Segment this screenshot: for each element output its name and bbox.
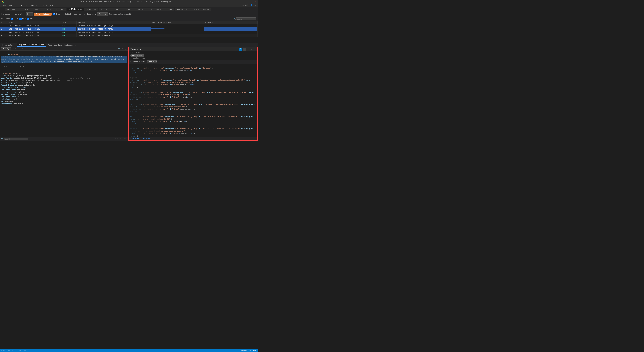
tab-dashboard[interactable]: Dashboard — [5, 7, 19, 11]
payload-count-input[interactable] — [26, 12, 33, 16]
search-input-bottom[interactable] — [4, 138, 28, 140]
cell-ip — [151, 31, 204, 34]
inspector-header: Inspector ☰ ⊞ ⛶ ⚙ ⋯ — [129, 47, 257, 51]
inspector-more-icon[interactable]: ⋯ — [254, 48, 256, 51]
tab-sequencer[interactable]: Sequencer — [84, 7, 98, 11]
tab-repeater[interactable]: Repeater — [54, 7, 66, 11]
titlebar: 🦠 Burp Suite Professional v2024.10.3 - T… — [0, 0, 258, 4]
close-button[interactable]: ✕ — [254, 1, 256, 3]
filter-dns[interactable]: DNS — [20, 18, 26, 20]
cell-time: 2024-Dec-18 13:57:38.802 UTC — [8, 31, 61, 34]
filter-smtp-checkbox[interactable] — [27, 18, 29, 20]
menu-intruder[interactable]: Intruder — [18, 4, 30, 7]
search-icon-left[interactable]: 🔍 — [118, 47, 121, 50]
col-header-ip[interactable]: Source IP address — [151, 21, 204, 24]
see-less-button[interactable]: See less — [142, 138, 150, 140]
inspector-expand-icon[interactable]: ⛶ — [247, 48, 250, 51]
cell-comment — [204, 31, 258, 34]
include-server-label: Include Collaborator server location — [53, 13, 96, 15]
copy-to-clipboard-button[interactable]: Copy to clipboard — [34, 12, 52, 15]
titlebar-left: 🦠 — [1, 0, 4, 3]
tab-decoder[interactable]: Decoder — [99, 7, 110, 11]
menu-view[interactable]: View — [41, 4, 48, 7]
col-header-num[interactable]: # — [0, 21, 8, 24]
tab-intruder[interactable]: Intruder — [40, 7, 53, 11]
include-server-checkbox[interactable] — [53, 13, 55, 15]
poll-now-button[interactable]: Poll now — [97, 12, 108, 16]
tab-response-from-collaborator[interactable]: Response from Collaborator — [46, 43, 78, 47]
menu-project[interactable]: Project — [8, 4, 18, 7]
table-header: # Time Type Payload Source IP address Co… — [0, 21, 258, 24]
copy-icon[interactable]: ⧉ — [122, 47, 124, 50]
tabbar: + Dashboard Target Proxy Intruder Repeat… — [0, 7, 258, 11]
filter-http[interactable]: HTTP — [11, 18, 18, 20]
decoded-header: Decoded from: Base64 URL HTML Hex — [129, 60, 257, 64]
cell-type: HTTP — [60, 27, 76, 31]
table-row[interactable]: 4 2024-Dec-18 13:57:38.822 UTC HTTP k694… — [0, 34, 258, 37]
menubar: Burp Project Intruder Repeater View Help… — [0, 4, 258, 7]
inspector-title: Inspector — [130, 48, 142, 51]
table-row[interactable]: 2 2024-Dec-18 13:57:38.626 UTC HTTP k694… — [0, 27, 258, 31]
inspector-grid-btn[interactable]: ⊞ — [243, 48, 246, 51]
tab-extensions[interactable]: Extensions — [150, 7, 164, 11]
tab-learn[interactable]: Learn — [165, 7, 174, 11]
tab-logger[interactable]: Logger — [124, 7, 135, 11]
tab-comparer[interactable]: Comparer — [111, 7, 124, 11]
selection-label: Selection — [129, 51, 257, 54]
titlebar-controls[interactable]: ─ □ ✕ — [247, 1, 256, 3]
inspector-settings-icon[interactable]: ⚙ — [251, 48, 253, 51]
polling-status: Polling automatically — [109, 13, 132, 15]
selected-text-label: Selected text — [129, 57, 257, 60]
menu-help[interactable]: Help — [48, 4, 56, 7]
expand-icon[interactable]: ⛶ — [125, 47, 128, 50]
tab-collaborator[interactable]: Collaborator — [67, 7, 84, 11]
subtab-hex[interactable]: Hex — [18, 47, 25, 50]
cell-time: 2024-Dec-18 13:57:38.313 UTC — [8, 24, 61, 27]
see-more-bar: See more See less ▽ — [129, 137, 257, 140]
table-row[interactable]: 1 2024-Dec-18 13:57:38.313 UTC DNS k694n… — [0, 24, 258, 27]
filter-dns-checkbox[interactable] — [20, 18, 22, 20]
cell-payload: k694nsmBej4HrIzx9b9BppsRy04rshg6 — [77, 24, 151, 27]
interaction-table: # Time Type Payload Source IP address Co… — [0, 21, 258, 43]
inspector-list-btn[interactable]: ☰ — [239, 48, 242, 51]
tab-json-web-tokens[interactable]: JSON Web Tokens — [190, 7, 211, 11]
subtab-pretty[interactable]: Pretty — [1, 47, 11, 50]
tab-new-btn[interactable]: + — [1, 8, 5, 11]
table-row[interactable]: 3 2024-Dec-18 13:57:38.802 UTC HTTP k694… — [0, 31, 258, 34]
see-more-chevron: ▽ — [255, 138, 256, 140]
tab-jwt-editor[interactable]: JWT Editor — [175, 7, 190, 11]
col-header-payload[interactable]: Payload — [77, 21, 151, 24]
cell-ip — [151, 28, 164, 29]
subtab-raw[interactable]: Raw — [12, 47, 18, 50]
tab-target[interactable]: Target — [20, 7, 30, 11]
col-header-comment[interactable]: Comment — [204, 21, 258, 24]
detail-tabs: Description Request to Collaborator Resp… — [0, 43, 258, 47]
tab-request-to-collaborator[interactable]: Request to Collaborator — [17, 43, 46, 47]
col-header-time[interactable]: Time — [8, 21, 61, 24]
filter-smtp[interactable]: SMTP — [27, 18, 34, 20]
minimize-button[interactable]: ─ — [247, 1, 250, 3]
bottom-area: Pretty Raw Hex ↵ 🔍 ⧉ ⛶ GET /71eAk▸ TlQ+P… — [0, 47, 258, 141]
settings-icon[interactable]: ⚙ — [254, 4, 257, 6]
see-more-button[interactable]: See more — [130, 138, 139, 140]
decode-from-select[interactable]: Base64 URL HTML Hex — [146, 60, 157, 63]
maximize-button[interactable]: □ — [250, 1, 253, 3]
col-header-type[interactable]: Type — [60, 21, 76, 24]
left-sub-tabs: Pretty Raw Hex ↵ 🔍 ⧉ ⛶ — [0, 47, 128, 51]
tab-description[interactable]: Description — [1, 43, 16, 47]
menu-repeater[interactable]: Repeater — [30, 4, 41, 7]
search-label-top: Search — [242, 4, 248, 6]
filter-http-checkbox[interactable] — [11, 18, 14, 20]
tab-proxy[interactable]: Proxy — [30, 7, 40, 11]
search-icon-bottom: 🔍 — [1, 138, 4, 140]
cell-time: 2024-Dec-18 13:57:38.626 UTC — [8, 27, 61, 31]
inspector-pane: Inspector ☰ ⊞ ⛶ ⚙ ⋯ Selection 2668 (0xa6… — [129, 47, 258, 141]
wrap-icon[interactable]: ↵ — [115, 47, 118, 50]
menu-burp[interactable]: Burp — [1, 4, 8, 7]
user-icon[interactable]: 👤 — [250, 4, 253, 6]
cell-payload: k694nsmBej4HrIzx9b9BppsRy04rshg6 — [77, 34, 151, 37]
cell-payload: k694nsmBej4HrIzx9b9BppsRy04rshg6 — [77, 31, 151, 34]
toolbar: Payloads to generate: Copy to clipboard … — [0, 11, 258, 17]
search-input-top[interactable] — [236, 17, 256, 20]
tab-organizer[interactable]: Organizer — [135, 7, 149, 11]
